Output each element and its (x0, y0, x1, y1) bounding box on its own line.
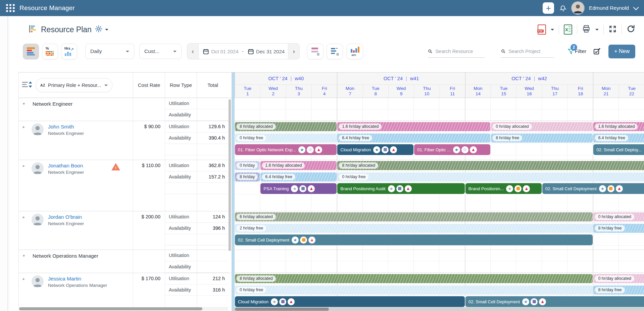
availability-bar[interactable]: 6.4 hr/day free (260, 172, 337, 182)
total-value: 396 h (197, 223, 229, 234)
project-bar[interactable]: Cloud Migration★▲ (337, 144, 413, 155)
plan-menu-caret-icon[interactable] (105, 29, 108, 32)
availability-bar[interactable]: 8 hr/day free (593, 286, 644, 295)
print-icon[interactable] (582, 24, 591, 35)
resource-name-link[interactable]: John Smith (48, 123, 84, 130)
project-bar[interactable]: 02. Small Cell Deployment★▲ (542, 183, 644, 194)
collapse-group-caret-icon[interactable]: ▾ (23, 253, 28, 273)
range-preset-select[interactable]: Cust... (139, 44, 182, 59)
availability-bar[interactable]: 6.4 hr/day free (337, 134, 490, 143)
bar-display-settings-button[interactable]: ⚙ (327, 44, 343, 59)
availability-bar[interactable]: 6.4 hr/day free (593, 134, 644, 143)
allocation-bar[interactable]: 0 hr/day allocated (593, 274, 644, 283)
availability-bar[interactable]: 8 hr/day free (593, 224, 644, 233)
panel-resizer[interactable] (229, 72, 235, 98)
project-bar[interactable]: Brand Positionin...★▲ (465, 183, 542, 194)
row-display-settings-button[interactable]: ⚙ (307, 44, 324, 59)
status-tri-badge-icon: ▲ (390, 146, 397, 153)
total-value: 390.4 h (197, 133, 229, 144)
day-header-cell: Thu17 (542, 85, 567, 98)
availability-bar[interactable]: 0 hr/day free (235, 134, 337, 143)
availability-bar[interactable]: 0 hr/day free (337, 172, 644, 182)
granularity-select[interactable]: Daily (85, 44, 134, 59)
panel-resizer[interactable] (229, 273, 235, 311)
timeline-lane: 0 hr/day1.6 hr/day allocated8 hr/day all… (235, 160, 644, 211)
allocation-bar[interactable]: 0 hr/day (235, 161, 260, 170)
new-button[interactable]: + New (608, 45, 635, 58)
timeline-hscrollbar-thumb[interactable] (235, 308, 329, 311)
fullscreen-icon[interactable] (608, 25, 617, 35)
expand-resource-caret-icon[interactable]: ▸ (23, 276, 28, 311)
allocation-bar[interactable]: 1.6 hr/day allocated (260, 161, 337, 170)
collapse-group-caret-icon[interactable]: ▾ (23, 101, 28, 121)
user-avatar[interactable] (572, 2, 584, 14)
total-value: 362.8 h (197, 160, 229, 171)
project-bar[interactable]: Cloud Migration★▲ (235, 296, 465, 307)
resource-name-link[interactable]: Jonathan Boon (48, 162, 84, 169)
allocation-bar[interactable]: 8 hr/day allocated (235, 122, 337, 131)
total-value: 212 h (197, 273, 229, 284)
date-to-value[interactable]: Dec 31 2024 (256, 49, 285, 54)
view-heatmap-button[interactable]: % (42, 44, 58, 59)
overallocation-warning-icon[interactable]: ! (111, 163, 120, 170)
filter-button[interactable]: 2 Filter (567, 48, 586, 55)
vertical-scrollbar[interactable] (229, 99, 231, 251)
project-bar-label: 02. Small Cell Deployment (545, 186, 597, 191)
search-resource-input[interactable] (435, 48, 485, 54)
notifications-icon[interactable] (559, 4, 567, 12)
project-bar[interactable]: 02. Small Cell Deployment★▲ (235, 235, 593, 245)
calendar-icon[interactable] (203, 48, 209, 55)
grouping-value: Primary Role + Resour... (48, 83, 101, 88)
availability-bar[interactable]: 2 hr/day free (235, 224, 593, 233)
export-pdf-icon[interactable]: PDF (538, 24, 546, 35)
allocation-bar[interactable]: 0 hr/day allocated (593, 212, 644, 221)
cost-rate-value: $ 110.00 (133, 163, 165, 168)
grouping-select[interactable]: AZ Primary Role + Resour... (36, 78, 112, 92)
bulk-edit-icon[interactable] (593, 47, 601, 55)
print-options-caret-icon[interactable] (595, 29, 599, 32)
allocation-bar[interactable]: 1.6 hr/day allocated (337, 122, 490, 131)
date-from-value[interactable]: Oct 01 2024 (211, 49, 239, 54)
allocation-bar[interactable]: 8 hr/day allocated (337, 161, 644, 170)
project-bar[interactable]: 01. Fiber Optic ...★▲ (414, 144, 490, 155)
view-hours-button[interactable]: Hrs↗ (61, 44, 77, 59)
next-period-button[interactable]: › (288, 44, 299, 59)
availability-bar[interactable]: 0 hr/day free (235, 286, 593, 295)
allocation-bar[interactable]: 1.6 hr/day allocated (593, 122, 644, 131)
pdf-options-caret-icon[interactable] (551, 29, 554, 32)
search-project-input[interactable] (508, 48, 554, 54)
expand-resource-caret-icon[interactable]: ▸ (23, 163, 28, 211)
export-excel-icon[interactable]: X (564, 24, 572, 35)
expand-resource-caret-icon[interactable]: ▸ (23, 215, 28, 250)
bar-value-label: 6.4 hr/day free (339, 135, 372, 141)
plan-settings-gear-icon[interactable] (95, 25, 103, 34)
left-hscrollbar-thumb[interactable] (19, 307, 202, 310)
availability-bar[interactable]: 8 hr/day free (491, 134, 593, 143)
project-bar[interactable]: 02. Small Cell Deploy... (593, 144, 644, 155)
allocation-bar[interactable]: 0 hr/day allocated (491, 122, 593, 131)
row-grouping-icon[interactable] (22, 81, 32, 90)
quick-add-button[interactable]: + (543, 2, 554, 14)
app-launcher-icon[interactable] (6, 4, 15, 12)
resource-name-link[interactable]: Jessica Martin (48, 275, 107, 282)
panel-resizer[interactable] (229, 250, 235, 273)
calendar-icon[interactable] (248, 48, 254, 55)
refresh-icon[interactable] (627, 24, 635, 35)
project-bar[interactable]: 01. Fiber Optic Network Exp...★▲ (235, 144, 337, 155)
bar-value-label: 0 hr/day free (237, 287, 266, 293)
project-bar[interactable]: Brand Positioning Audit★▲ (337, 183, 465, 194)
project-bar[interactable]: PSA Training★▲ (260, 183, 337, 194)
total-value: 157.2 h (197, 171, 229, 183)
view-gantt-button[interactable] (23, 44, 39, 59)
user-menu-chevron-icon[interactable] (633, 4, 639, 10)
date-range-dash: - (242, 48, 244, 54)
filter-count-badge: 2 (571, 44, 577, 51)
prev-period-button[interactable]: ‹ (187, 44, 199, 59)
availability-bar[interactable]: 8 hr/day (235, 172, 260, 182)
allocation-bar[interactable]: 8 hr/day allocated (235, 274, 593, 283)
resource-name-link[interactable]: Jordan O'brain (48, 214, 84, 220)
expand-resource-caret-icon[interactable]: ▸ (23, 124, 28, 160)
project-bar[interactable]: 02. Small Cell Deployment★▲ (465, 296, 644, 307)
kpi-button[interactable]: KPI (347, 44, 363, 59)
allocation-bar[interactable]: 6 hr/day allocated (235, 212, 593, 221)
